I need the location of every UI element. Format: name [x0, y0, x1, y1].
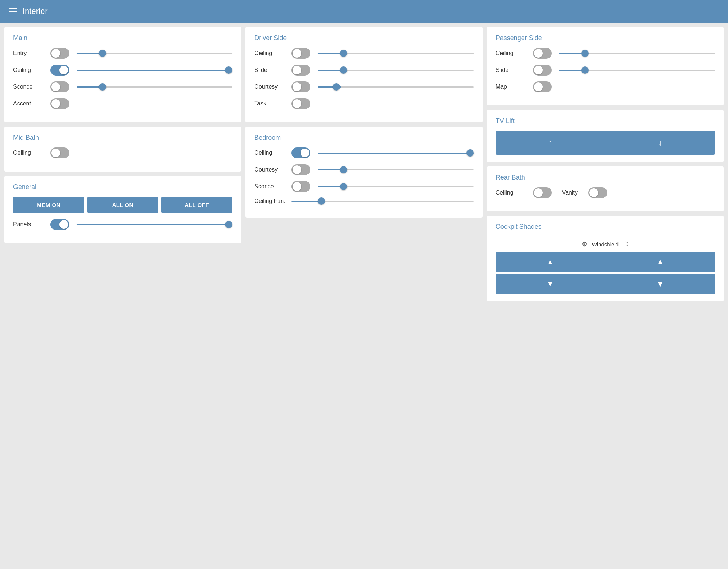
bedroom-courtesy-row: Courtesy: [254, 164, 473, 175]
cockpit-left-down-button[interactable]: ▼: [496, 274, 605, 294]
windshield-row: ⚙ Windshield ☽: [496, 237, 715, 250]
tv-lift-title: TV Lift: [496, 117, 715, 125]
main-title: Main: [13, 34, 232, 42]
sun-icon: ⚙: [582, 240, 588, 248]
all-off-button[interactable]: ALL OFF: [161, 197, 232, 213]
driver-ceiling-label: Ceiling: [254, 50, 287, 57]
accent-toggle[interactable]: [50, 98, 69, 109]
rear-bath-vanity-toggle[interactable]: [588, 187, 607, 198]
driver-courtesy-slider[interactable]: [318, 86, 473, 88]
windshield-label: Windshield: [592, 241, 619, 247]
bedroom-ceiling-toggle[interactable]: [291, 147, 310, 158]
sconce-slider[interactable]: [77, 86, 232, 88]
entry-slider[interactable]: [77, 53, 232, 54]
rear-bath-title: Rear Bath: [496, 174, 715, 181]
mid-bath-card: Mid Bath Ceiling: [4, 127, 241, 172]
all-on-button[interactable]: ALL ON: [87, 197, 158, 213]
sconce-label: Sconce: [13, 84, 46, 90]
accent-label: Accent: [13, 100, 46, 107]
driver-task-label: Task: [254, 100, 287, 107]
page-title: Interior: [23, 7, 47, 16]
passenger-slide-label: Slide: [496, 67, 528, 73]
cockpit-shades-title: Cockpit Shades: [496, 223, 715, 231]
entry-row: Entry: [13, 48, 232, 59]
passenger-slide-toggle[interactable]: [533, 65, 552, 76]
accent-row: Accent: [13, 98, 232, 109]
main-ceiling-slider[interactable]: [77, 70, 232, 71]
sconce-toggle[interactable]: [50, 81, 69, 92]
passenger-map-label: Map: [496, 84, 528, 90]
bedroom-courtesy-label: Courtesy: [254, 166, 287, 173]
bedroom-fan-row: Ceiling Fan:: [254, 198, 473, 204]
header: Interior: [0, 0, 728, 23]
passenger-ceiling-label: Ceiling: [496, 50, 528, 57]
driver-task-toggle[interactable]: [291, 98, 310, 109]
passenger-slide-slider[interactable]: [559, 70, 715, 71]
mid-bath-title: Mid Bath: [13, 134, 232, 142]
moon-icon: ☽: [623, 240, 629, 248]
cockpit-shades-card: Cockpit Shades ⚙ Windshield ☽ ▲ ▲ ▼ ▼: [487, 216, 724, 301]
driver-side-title: Driver Side: [254, 34, 473, 42]
bedroom-ceiling-row: Ceiling: [254, 147, 473, 158]
driver-ceiling-toggle[interactable]: [291, 48, 310, 59]
panels-label: Panels: [13, 221, 46, 228]
cockpit-right-down-button[interactable]: ▼: [605, 274, 715, 294]
bedroom-courtesy-toggle[interactable]: [291, 164, 310, 175]
cockpit-left-up-button[interactable]: ▲: [496, 252, 605, 272]
bedroom-sconce-slider[interactable]: [318, 186, 473, 187]
driver-side-card: Driver Side Ceiling Slide: [245, 27, 482, 122]
driver-courtesy-toggle[interactable]: [291, 81, 310, 92]
rear-bath-card: Rear Bath Ceiling Vanity: [487, 166, 724, 211]
cockpit-down-buttons: ▼ ▼: [496, 274, 715, 294]
main-ceiling-row: Ceiling: [13, 65, 232, 76]
driver-ceiling-slider[interactable]: [318, 53, 473, 54]
passenger-map-row: Map: [496, 81, 715, 92]
passenger-side-card: Passenger Side Ceiling Slide: [487, 27, 724, 105]
cockpit-right-up-button[interactable]: ▲: [605, 252, 715, 272]
bedroom-sconce-label: Sconce: [254, 183, 287, 190]
driver-courtesy-label: Courtesy: [254, 84, 287, 90]
passenger-ceiling-toggle[interactable]: [533, 48, 552, 59]
bedroom-fan-slider[interactable]: [291, 201, 473, 202]
panels-slider[interactable]: [77, 224, 232, 225]
bedroom-card: Bedroom Ceiling Courtesy: [245, 127, 482, 218]
tv-lift-buttons: ↑ ↓: [496, 131, 715, 155]
main-ceiling-toggle[interactable]: [50, 65, 69, 76]
general-title: General: [13, 183, 232, 191]
panels-row: Panels: [13, 219, 232, 230]
driver-slide-slider[interactable]: [318, 70, 473, 71]
rear-bath-row: Ceiling Vanity: [496, 187, 715, 198]
cockpit-up-buttons: ▲ ▲: [496, 252, 715, 272]
bedroom-sconce-toggle[interactable]: [291, 181, 310, 192]
passenger-map-toggle[interactable]: [533, 81, 552, 92]
bedroom-ceiling-label: Ceiling: [254, 150, 287, 156]
driver-slide-row: Slide: [254, 65, 473, 76]
tv-lift-down-button[interactable]: ↓: [605, 131, 715, 155]
mid-bath-ceiling-toggle[interactable]: [50, 147, 69, 158]
passenger-ceiling-slider[interactable]: [559, 53, 715, 54]
sconce-row: Sconce: [13, 81, 232, 92]
main-card: Main Entry Ceiling: [4, 27, 241, 122]
bedroom-courtesy-slider[interactable]: [318, 169, 473, 170]
panels-toggle[interactable]: [50, 219, 69, 230]
rear-bath-ceiling-toggle[interactable]: [533, 187, 552, 198]
driver-slide-toggle[interactable]: [291, 65, 310, 76]
mid-bath-ceiling-row: Ceiling: [13, 147, 232, 158]
entry-toggle[interactable]: [50, 48, 69, 59]
mem-on-button[interactable]: MEM ON: [13, 197, 84, 213]
passenger-ceiling-row: Ceiling: [496, 48, 715, 59]
rear-bath-vanity-label: Vanity: [562, 189, 584, 196]
driver-courtesy-row: Courtesy: [254, 81, 473, 92]
entry-label: Entry: [13, 50, 46, 57]
driver-task-row: Task: [254, 98, 473, 109]
main-ceiling-label: Ceiling: [13, 67, 46, 73]
bedroom-sconce-row: Sconce: [254, 181, 473, 192]
passenger-slide-row: Slide: [496, 65, 715, 76]
menu-icon[interactable]: [9, 8, 17, 14]
general-card: General MEM ON ALL ON ALL OFF Panels: [4, 176, 241, 243]
bedroom-fan-label: Ceiling Fan:: [254, 198, 287, 204]
bedroom-title: Bedroom: [254, 134, 473, 142]
general-buttons: MEM ON ALL ON ALL OFF: [13, 197, 232, 213]
tv-lift-up-button[interactable]: ↑: [496, 131, 605, 155]
bedroom-ceiling-slider[interactable]: [318, 153, 473, 154]
